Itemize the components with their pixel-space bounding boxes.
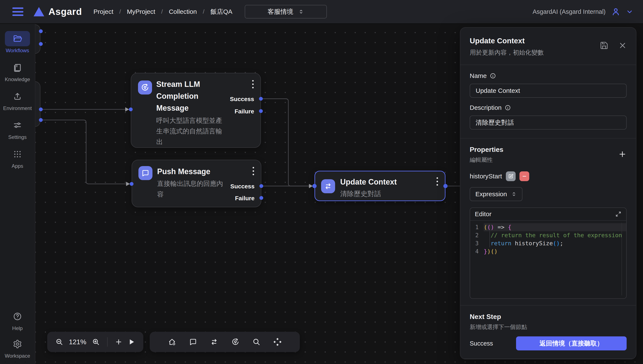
panel-subtitle: 用於更新內容，初始化變數 — [470, 48, 627, 57]
expression-editor: Editor 1 (() => { 2 // return the result… — [470, 208, 627, 299]
editor-header: Editor — [470, 208, 626, 220]
indent-guide — [490, 231, 490, 248]
editor-scrollbar[interactable] — [621, 223, 622, 296]
node-description: 清除歷史對話 — [340, 188, 381, 199]
add-home-node-icon[interactable] — [167, 338, 176, 346]
sidebar-item-workflows[interactable]: Workflows — [5, 31, 30, 54]
llm-node-icon[interactable] — [231, 338, 240, 346]
node-partial-top[interactable] — [35, 24, 40, 54]
gear-icon — [5, 336, 30, 352]
wire-arrowhead — [126, 182, 130, 186]
sidebar-item-knowledge[interactable]: Knowledge — [5, 60, 30, 82]
upload-icon — [5, 89, 30, 104]
node-push-message[interactable]: Push Message 直接輸出訊息的回應內 容 Success Failur… — [132, 160, 261, 207]
node-title: Stream LLM Completion Message — [156, 78, 200, 114]
breadcrumb-separator: / — [203, 8, 204, 15]
breadcrumb-project[interactable]: Project — [94, 8, 113, 15]
property-type-dropdown[interactable]: Expression — [470, 187, 522, 201]
zoom-out-icon[interactable] — [55, 338, 63, 346]
editor-label: Editor — [475, 210, 491, 218]
edit-property-button[interactable] — [506, 172, 516, 181]
info-icon — [490, 73, 496, 79]
sidebar-item-label: Workflows — [6, 48, 29, 54]
property-row: historyStart — [470, 172, 627, 181]
canvas-zoom-toolbar: 121% — [47, 332, 143, 352]
port-label-failure: Failure — [235, 195, 255, 202]
header-account-area: AsgardAI (Asgard Internal) — [533, 7, 633, 16]
triangle-logo-icon — [34, 7, 44, 16]
environment-selector-value: 客服情境 — [268, 8, 293, 16]
inspector-panel: Update Context 用於更新內容，初始化變數 Name — [460, 27, 636, 359]
port-label-failure: Failure — [235, 108, 254, 115]
node-description: 呼叫大型語言模型並產 生串流式的自然語言輸 出 — [156, 115, 222, 147]
node-update-context[interactable]: Update Context 清除歷史對話 — [314, 171, 446, 201]
name-input[interactable] — [470, 84, 627, 98]
node-title: Push Message — [157, 166, 210, 178]
add-property-icon[interactable] — [618, 150, 627, 158]
run-workflow-icon[interactable] — [128, 338, 135, 346]
properties-heading: Properties — [470, 146, 627, 154]
account-name: AsgardAI (Asgard Internal) — [533, 8, 605, 15]
sidebar-item-label: Workspace — [5, 353, 30, 359]
next-step-target-button[interactable]: 返回情境（直接聽取） — [516, 336, 627, 350]
toolbar-divider — [107, 337, 108, 346]
code-line: 1 (() => { — [470, 223, 626, 231]
sidebar-item-label: Environment — [3, 105, 32, 111]
port-label-success: Success — [230, 183, 255, 190]
breadcrumb-myproject[interactable]: MyProject — [127, 8, 155, 15]
panel-next-step-section: Next Step 新增或選擇下一個節點 Success 返回情境（直接聽取） — [460, 306, 636, 358]
chevron-down-icon[interactable] — [626, 8, 633, 15]
sidebar-item-workspace[interactable]: Workspace — [5, 336, 30, 359]
next-step-port-label: Success — [470, 340, 493, 347]
environment-selector[interactable]: 客服情境 — [245, 5, 327, 18]
wire-arrowhead — [125, 107, 129, 112]
node-description: 直接輸出訊息的回應內 容 — [157, 178, 223, 200]
panel-header: Update Context 用於更新內容，初始化變數 — [460, 28, 636, 64]
app-header: Asgard Project / MyProject / Collection … — [0, 0, 643, 24]
properties-subheading: 編輯屬性 — [470, 156, 627, 164]
book-icon — [5, 60, 30, 75]
property-name: historyStart — [470, 173, 502, 180]
search-node-icon[interactable] — [252, 338, 261, 346]
save-icon[interactable] — [600, 41, 608, 50]
sidebar-item-settings[interactable]: Settings — [5, 118, 30, 140]
breadcrumb-separator: / — [161, 8, 163, 15]
sidebar-item-label: Apps — [12, 163, 23, 169]
node-menu-icon[interactable] — [436, 176, 439, 186]
name-label-row: Name — [470, 72, 627, 80]
breadcrumb-collection[interactable]: Collection — [169, 8, 197, 15]
sidebar-item-help[interactable]: Help — [5, 309, 30, 331]
move-diamonds-icon[interactable] — [273, 338, 282, 346]
node-menu-icon[interactable] — [252, 166, 255, 176]
menu-icon[interactable] — [12, 8, 23, 16]
code-area[interactable]: 1 (() => { 2 // return the result of the… — [470, 221, 626, 256]
property-type-value: Expression — [476, 190, 507, 198]
breadcrumb: Project / MyProject / Collection / 飯店QA — [94, 8, 233, 16]
expand-icon[interactable] — [615, 211, 621, 217]
node-partial-middle[interactable] — [35, 81, 40, 127]
description-input[interactable] — [470, 116, 627, 130]
sidebar-item-label: Help — [12, 325, 23, 331]
zoom-in-icon[interactable] — [92, 338, 100, 346]
breadcrumb-current[interactable]: 飯店QA — [210, 8, 232, 16]
wire-arrowhead — [309, 184, 313, 188]
wire[interactable] — [41, 120, 126, 184]
close-icon[interactable] — [618, 41, 627, 50]
message-node-icon[interactable] — [189, 338, 197, 346]
brand-name: Asgard — [49, 6, 82, 17]
folder-icon — [5, 31, 30, 46]
sidebar: Workflows Knowledge Environment Settings… — [0, 24, 35, 364]
add-node-icon[interactable] — [115, 338, 122, 346]
node-title: Update Context — [340, 176, 397, 188]
sidebar-item-environment[interactable]: Environment — [3, 89, 32, 111]
wire[interactable] — [261, 99, 309, 186]
next-step-heading: Next Step — [470, 313, 627, 321]
node-stream-llm[interactable]: Stream LLM Completion Message 呼叫大型語言模型並產… — [131, 73, 261, 148]
user-icon[interactable] — [611, 7, 620, 16]
swap-node-icon[interactable] — [210, 338, 219, 346]
sidebar-item-label: Settings — [8, 134, 27, 140]
remove-property-button[interactable] — [519, 172, 529, 181]
brand-logo[interactable]: Asgard — [34, 6, 82, 17]
sidebar-item-apps[interactable]: Apps — [5, 146, 30, 169]
node-menu-icon[interactable] — [251, 79, 255, 89]
